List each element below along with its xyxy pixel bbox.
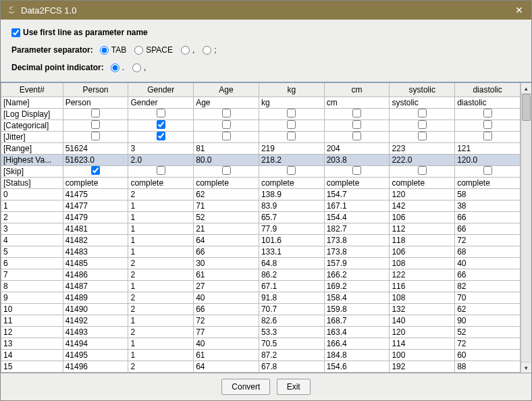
cell[interactable]: 82.6 [259,315,324,327]
cell-checkbox[interactable] [418,166,427,175]
cell[interactable]: 223 [390,143,455,155]
cell[interactable]: 101.6 [259,235,324,246]
cell[interactable]: 40 [194,292,259,304]
cell[interactable]: 1 [128,338,194,350]
cell[interactable]: 1 [128,373,194,373]
cell[interactable]: 30 [194,258,259,269]
cell[interactable]: 72 [194,315,259,327]
cell-checkbox[interactable] [483,109,492,117]
table-row[interactable]: 74148626186.2166.212266 [1,269,521,281]
cell[interactable]: 41485 [63,258,128,269]
cell[interactable]: diastolic [455,97,521,109]
cell-checkbox[interactable] [418,120,427,129]
cell[interactable]: 122 [390,269,455,281]
cell[interactable]: 184.8 [324,350,390,361]
cell[interactable]: 80.0 [194,155,259,166]
cell[interactable]: 120 [390,327,455,338]
table-row[interactable]: [Jitter] [1,132,521,143]
table-row[interactable]: [Categorical] [1,120,521,132]
cell-checkbox[interactable] [352,120,361,129]
scroll-down-icon[interactable]: ▾ [521,362,531,373]
cell[interactable]: 72 [455,235,521,246]
cell[interactable]: complete [194,178,259,189]
cell[interactable]: cm [324,97,390,109]
dec-dot-radio[interactable] [111,63,119,72]
cell[interactable]: 138.9 [259,189,324,200]
cell[interactable]: 41496 [63,361,128,373]
cell[interactable]: complete [128,178,194,189]
cell[interactable]: 154.4 [324,212,390,223]
table-row[interactable]: 441482164101.6173.811872 [1,235,521,246]
cell[interactable]: 1 [128,281,194,292]
cell[interactable]: 165.8 [324,373,390,373]
table-row[interactable]: 041475262138.9154.712058 [1,189,521,200]
sep-semicolon-radio[interactable] [203,46,211,55]
table-row[interactable]: 104149026670.7159.813262 [1,304,521,315]
column-header[interactable]: Gender [128,83,194,97]
cell-checkbox[interactable] [91,166,100,175]
table-row[interactable]: 34148112177.9182.711266 [1,223,521,235]
sep-tab-radio[interactable] [100,46,109,55]
cell[interactable]: 86.2 [259,269,324,281]
cell[interactable]: 41486 [63,269,128,281]
cell[interactable]: 40 [194,338,259,350]
cell-checkbox[interactable] [222,132,231,140]
cell-checkbox[interactable] [287,132,296,140]
cell[interactable]: 166.4 [324,338,390,350]
cell[interactable]: 66 [455,212,521,223]
cell[interactable]: systolic [390,97,455,109]
cell-checkbox[interactable] [418,109,427,117]
cell[interactable]: 70.5 [259,338,324,350]
table-row[interactable]: 541483166133.1173.810668 [1,246,521,258]
cell-checkbox[interactable] [287,120,296,129]
table-row[interactable]: [Log Display] [1,109,521,120]
cell-checkbox[interactable] [483,132,492,140]
cell[interactable]: 133.1 [259,246,324,258]
cell[interactable]: 168.7 [324,315,390,327]
cell[interactable]: 64 [194,361,259,373]
cell[interactable]: 62 [455,304,521,315]
cell[interactable]: 41493 [63,327,128,338]
cell[interactable]: 91.8 [259,292,324,304]
cell[interactable]: 219 [259,143,324,155]
cell[interactable]: 173.8 [324,235,390,246]
scroll-up-icon[interactable]: ▴ [521,83,531,94]
cell[interactable]: 118 [390,235,455,246]
cell[interactable]: 200 [390,373,455,373]
cell[interactable]: 169.2 [324,281,390,292]
table-row[interactable]: [Range]51624381219204223121 [1,143,521,155]
cell[interactable]: 108 [390,258,455,269]
cell[interactable]: 218.2 [259,155,324,166]
cell[interactable]: 68 [455,246,521,258]
cell[interactable]: 77.9 [259,223,324,235]
column-header[interactable]: kg [259,83,324,97]
sep-comma-radio[interactable] [181,46,190,55]
cell[interactable]: 66 [455,223,521,235]
cell[interactable]: 192 [390,361,455,373]
cell[interactable]: 106 [390,212,455,223]
cell[interactable]: complete [63,178,128,189]
cell[interactable]: 41492 [63,315,128,327]
cell[interactable]: 173.8 [324,246,390,258]
cell-checkbox[interactable] [287,109,296,117]
table-row[interactable]: [Name]PersonGenderAgekgcmsystolicdiastol… [1,97,521,109]
cell[interactable]: 41482 [63,235,128,246]
cell[interactable]: 65.7 [259,212,324,223]
cell[interactable]: 41479 [63,212,128,223]
table-row[interactable]: [Highest Va...51623.02.080.0218.2203.822… [1,155,521,166]
cell[interactable]: 2 [128,269,194,281]
cell[interactable]: 182.7 [324,223,390,235]
cell[interactable]: 132 [390,304,455,315]
cell[interactable]: complete [324,178,390,189]
first-line-checkbox[interactable] [11,28,20,37]
cell[interactable]: 52 [194,212,259,223]
cell[interactable]: 41498 [63,373,128,373]
cell[interactable]: 77 [194,327,259,338]
cell[interactable]: 106 [390,246,455,258]
cell[interactable]: 62 [194,189,259,200]
cell[interactable]: 166.2 [324,269,390,281]
table-row[interactable]: 114149217282.6168.714090 [1,315,521,327]
column-header[interactable]: Person [63,83,128,97]
cell[interactable]: 41475 [63,189,128,200]
data-table[interactable]: Event#PersonGenderAgekgcmsystolicdiastol… [1,83,521,373]
